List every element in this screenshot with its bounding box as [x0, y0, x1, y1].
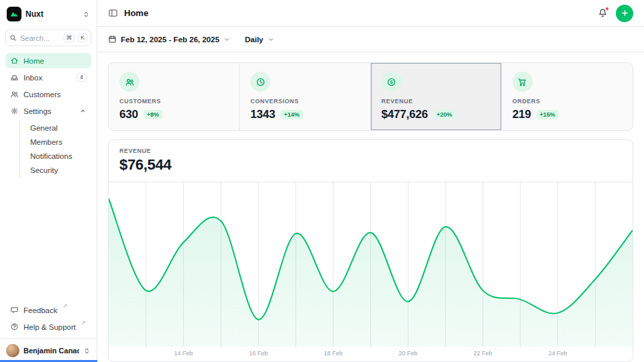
sidebar-item-inbox[interactable]: Inbox 4 — [5, 70, 91, 85]
stat-label: CONVERSIONS — [250, 98, 359, 105]
chart-header: REVENUE $76,544 — [109, 140, 633, 182]
sidebar-item-label: Customers — [23, 90, 61, 99]
chevron-up-icon — [79, 107, 87, 115]
inbox-count-badge: 4 — [76, 73, 87, 82]
search-input[interactable]: Search... ⌘ K — [5, 29, 91, 46]
sub-item-label: Members — [30, 138, 62, 146]
period-label: Daily — [245, 36, 264, 44]
kbd-k: K — [78, 34, 87, 42]
stat-delta-badge: +20% — [433, 110, 455, 119]
stat-delta-badge: +8% — [144, 110, 162, 119]
plus-icon — [621, 9, 629, 17]
chevron-down-icon — [268, 36, 274, 43]
filters-toolbar: Feb 12, 2025 - Feb 26, 2025 Daily — [97, 27, 644, 52]
user-menu[interactable]: Benjamin Canac — [0, 339, 97, 362]
chevrons-up-down-icon — [83, 11, 90, 18]
date-range-label: Feb 12, 2025 - Feb 26, 2025 — [121, 36, 219, 44]
date-range-picker[interactable]: Feb 12, 2025 - Feb 26, 2025 — [108, 35, 230, 44]
sidebar-nav: Home Inbox 4 Customers Settings Ge — [0, 53, 97, 178]
stat-value: 1343 — [250, 108, 275, 121]
settings-sub-list: General Members Notifications Security — [19, 121, 91, 177]
period-select[interactable]: Daily — [245, 36, 274, 44]
stats-row: CUSTOMERS 630 +8% CONVERSIONS 1343 +14% — [108, 62, 633, 131]
sidebar-item-home[interactable]: Home — [5, 53, 91, 68]
help-circle-icon — [10, 322, 19, 331]
x-tick-label: 18 Feb — [324, 350, 343, 357]
cart-icon — [513, 72, 533, 92]
stat-card-customers[interactable]: CUSTOMERS 630 +8% — [109, 63, 239, 130]
sidebar: Nuxt Search... ⌘ K Home Inbox 4 — [0, 0, 97, 362]
home-icon — [10, 56, 19, 65]
nuxt-logo — [7, 7, 21, 21]
chart-x-axis: 14 Feb 16 Feb 18 Feb 20 Feb 22 Feb 24 Fe… — [109, 347, 633, 361]
sidebar-item-customers[interactable]: Customers — [5, 86, 91, 102]
stat-value: 219 — [513, 108, 531, 121]
revenue-chart-card: REVENUE $76,544 14 Feb 16 Feb 18 Feb 20 … — [108, 139, 633, 362]
content: CUSTOMERS 630 +8% CONVERSIONS 1343 +14% — [97, 52, 644, 362]
workspace-selector[interactable]: Nuxt — [0, 0, 97, 24]
sidebar-item-notifications[interactable]: Notifications — [26, 149, 91, 163]
external-link-icon: ↗ — [63, 302, 68, 310]
notification-dot — [605, 7, 609, 11]
dollar-circle-icon: $ — [382, 72, 402, 92]
sidebar-item-label: Settings — [23, 107, 52, 115]
stat-card-revenue[interactable]: $ REVENUE $477,626 +20% — [371, 63, 502, 130]
sidebar-spacer — [0, 178, 97, 302]
stat-card-orders[interactable]: ORDERS 219 +15% — [502, 63, 633, 130]
calendar-icon — [108, 35, 117, 44]
stat-label: CUSTOMERS — [119, 98, 228, 105]
search-placeholder: Search... — [20, 34, 60, 42]
notifications-button[interactable] — [598, 8, 608, 18]
stat-label: REVENUE — [382, 98, 490, 105]
sidebar-item-settings[interactable]: Settings — [5, 103, 91, 119]
page-title: Home — [124, 8, 148, 18]
avatar — [6, 344, 19, 357]
sub-item-label: Notifications — [30, 152, 72, 160]
message-bubble-icon — [10, 306, 19, 314]
sidebar-item-label: Feedback — [23, 306, 58, 314]
sidebar-item-label: Inbox — [23, 74, 42, 82]
page-header: Home — [97, 0, 644, 27]
sidebar-item-general[interactable]: General — [26, 121, 91, 135]
sidebar-footer: Feedback ↗ Help & Support ↗ — [0, 302, 97, 339]
users-icon — [10, 90, 19, 99]
clock-icon — [250, 72, 270, 92]
stat-delta-badge: +14% — [280, 110, 303, 119]
main: Home Feb 12, 2025 - Feb 26, 2025 Daily — [97, 0, 644, 362]
svg-text:$: $ — [390, 79, 393, 85]
sidebar-item-feedback[interactable]: Feedback ↗ — [5, 302, 91, 318]
chevrons-up-down-icon — [83, 347, 91, 355]
sidebar-item-help-support[interactable]: Help & Support ↗ — [5, 319, 91, 335]
sidebar-item-members[interactable]: Members — [26, 135, 91, 149]
chart-plot-area — [109, 182, 633, 347]
sidebar-item-label: Home — [23, 57, 44, 65]
external-link-icon: ↗ — [81, 319, 86, 326]
stat-value: $477,626 — [382, 108, 428, 121]
x-tick-label: 24 Feb — [548, 350, 567, 357]
sub-item-label: General — [30, 124, 58, 132]
inbox-icon — [10, 73, 19, 82]
user-name: Benjamin Canac — [23, 347, 79, 355]
sidebar-item-label: Help & Support — [23, 323, 76, 331]
chart-metric-value: $76,544 — [119, 156, 622, 174]
kbd-command: ⌘ — [64, 34, 75, 42]
x-tick-label: 20 Feb — [398, 350, 417, 357]
stat-delta-badge: +15% — [537, 110, 559, 119]
revenue-chart-svg — [109, 182, 633, 347]
sub-item-label: Security — [30, 166, 58, 174]
stat-card-conversions[interactable]: CONVERSIONS 1343 +14% — [239, 63, 370, 130]
chevron-down-icon — [223, 36, 230, 43]
sidebar-collapse-icon[interactable] — [108, 8, 118, 18]
x-tick-label: 16 Feb — [249, 350, 268, 357]
users-icon — [119, 72, 140, 92]
x-tick-label: 22 Feb — [474, 350, 492, 357]
workspace-name: Nuxt — [25, 9, 78, 19]
x-tick-label: 14 Feb — [174, 350, 193, 357]
stat-value: 630 — [119, 108, 138, 121]
sidebar-item-security[interactable]: Security — [26, 163, 91, 177]
search-icon — [9, 34, 17, 42]
add-button[interactable] — [616, 5, 633, 22]
gear-icon — [10, 107, 19, 115]
chart-metric-label: REVENUE — [119, 147, 622, 154]
stat-label: ORDERS — [513, 98, 622, 105]
